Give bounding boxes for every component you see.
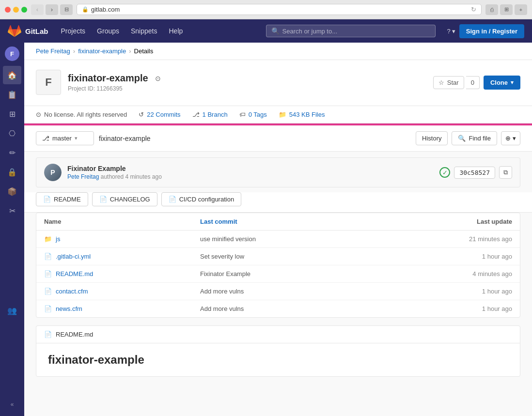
branch-chevron-icon: ▾ bbox=[75, 135, 78, 141]
file-commit-readme: Fixinator Example bbox=[200, 270, 356, 277]
file-commit-js: use minified version bbox=[200, 235, 356, 243]
commit-info: Fixinator Example Pete Freitag authored … bbox=[67, 165, 162, 180]
browser-traffic-lights bbox=[5, 7, 27, 13]
table-row: 📄 news.cfm Add more vulns 1 hour ago bbox=[36, 300, 520, 317]
col-update-header: Last update bbox=[356, 218, 512, 225]
branches-link[interactable]: 1 Branch bbox=[203, 111, 228, 118]
clone-button[interactable]: Clone ▾ bbox=[484, 76, 520, 90]
file-name-news[interactable]: 📄 news.cfm bbox=[44, 305, 200, 312]
more-chevron-icon: ▾ bbox=[513, 135, 516, 142]
tags-link[interactable]: 0 Tags bbox=[249, 111, 267, 118]
sidebar-item-packages[interactable]: 📦 bbox=[3, 182, 21, 200]
file-time-gitlabci: 1 hour ago bbox=[356, 253, 512, 260]
file-name-readme[interactable]: 📄 README.md bbox=[44, 270, 200, 277]
readme-link-button[interactable]: 📄 README bbox=[36, 192, 88, 206]
more-options-button[interactable]: ⊕ ▾ bbox=[501, 131, 520, 145]
file-link-contact[interactable]: contact.cfm bbox=[56, 288, 88, 295]
breadcrumb-user[interactable]: Pete Freitag bbox=[36, 47, 70, 55]
stat-tags: 🏷 0 Tags bbox=[239, 111, 267, 118]
project-avatar: F bbox=[36, 70, 61, 95]
commit-message: Fixinator Example bbox=[67, 165, 162, 172]
nav-projects[interactable]: Projects bbox=[56, 24, 91, 38]
file-time-js: 21 minutes ago bbox=[356, 235, 512, 243]
sidebar-item-board[interactable]: ⊞ bbox=[3, 105, 21, 123]
sidebar-item-issues[interactable]: 📋 bbox=[3, 85, 21, 104]
nav-snippets[interactable]: Snippets bbox=[126, 24, 162, 38]
nav-help[interactable]: Help bbox=[164, 24, 188, 38]
star-count: 0 bbox=[466, 76, 480, 89]
reload-icon[interactable]: ↻ bbox=[471, 6, 476, 13]
navbar-nav: Projects Groups Snippets Help bbox=[56, 24, 188, 38]
file-link-news[interactable]: news.cfm bbox=[56, 305, 82, 312]
commits-link[interactable]: 22 Commits bbox=[147, 111, 180, 118]
back-button[interactable]: ‹ bbox=[31, 4, 44, 15]
search-bar[interactable]: 🔍 bbox=[266, 25, 436, 37]
search-file-icon: 🔍 bbox=[458, 135, 466, 142]
close-dot[interactable] bbox=[5, 7, 11, 13]
sidebar-item-security[interactable]: 🔒 bbox=[3, 163, 21, 181]
files-link[interactable]: 543 KB Files bbox=[289, 111, 325, 118]
commit-hash[interactable]: 30c58527 bbox=[454, 167, 495, 179]
browser-nav: ‹ › ⊟ bbox=[31, 4, 73, 15]
search-input[interactable] bbox=[282, 28, 430, 35]
sidebar-item-merge[interactable]: ⎔ bbox=[3, 124, 21, 142]
branch-selector[interactable]: ⎇ master ▾ bbox=[36, 131, 94, 145]
files-icon: 📁 bbox=[279, 111, 286, 118]
branch-name: master bbox=[52, 135, 72, 142]
file-link-js[interactable]: js bbox=[56, 235, 60, 243]
file-commit-gitlabci: Set severity low bbox=[200, 253, 356, 260]
history-button[interactable]: History bbox=[416, 131, 448, 145]
file-time-contact: 1 hour ago bbox=[356, 288, 512, 295]
file-link-readme[interactable]: README.md bbox=[56, 270, 93, 277]
sign-in-button[interactable]: Sign in / Register bbox=[459, 24, 524, 38]
file-name-contact[interactable]: 📄 contact.cfm bbox=[44, 288, 200, 295]
navbar-brand[interactable]: GitLab bbox=[8, 24, 48, 38]
readme-title: fixinator-example bbox=[48, 353, 508, 367]
changelog-link-button[interactable]: 📄 CHANGELOG bbox=[92, 192, 157, 206]
forward-button[interactable]: › bbox=[46, 4, 58, 15]
breadcrumb-sep-2: › bbox=[129, 47, 131, 55]
stat-license: ⊙ No license. All rights reserved bbox=[36, 111, 127, 118]
star-icon: ☆ bbox=[438, 79, 444, 86]
commit-author-link[interactable]: Pete Freitag bbox=[67, 173, 99, 180]
address-bar[interactable]: 🔒 gitlab.com ↻ bbox=[77, 4, 482, 15]
breadcrumb-repo[interactable]: fixinator-example bbox=[78, 47, 126, 55]
project-info: fixinator-example ⊙ Project ID: 11266395 bbox=[68, 73, 161, 92]
nav-groups[interactable]: Groups bbox=[92, 24, 124, 38]
file-commit-news: Add more vulns bbox=[200, 305, 356, 312]
table-row: 📄 .gitlab-ci.yml Set severity low 1 hour… bbox=[36, 248, 520, 265]
cicd-file-icon: 📄 bbox=[169, 196, 176, 203]
col-name-header: Name bbox=[44, 218, 200, 225]
navbar: GitLab Projects Groups Snippets Help 🔍 ?… bbox=[0, 19, 532, 43]
file-link-gitlabci[interactable]: .gitlab-ci.yml bbox=[56, 253, 91, 260]
fullscreen-button[interactable]: ⊞ bbox=[500, 4, 513, 15]
new-tab-button[interactable]: + bbox=[515, 4, 527, 15]
file-time-news: 1 hour ago bbox=[356, 305, 512, 312]
file-commit-contact: Add more vulns bbox=[200, 288, 356, 295]
sidebar-item-members[interactable]: 👥 bbox=[3, 301, 21, 320]
file-table-header: Name Last commit Last update bbox=[36, 213, 520, 231]
url-text: gitlab.com bbox=[91, 6, 120, 13]
file-name-gitlabci[interactable]: 📄 .gitlab-ci.yml bbox=[44, 253, 200, 260]
copy-hash-button[interactable]: ⧉ bbox=[499, 166, 512, 179]
file-name-js[interactable]: 📁 js bbox=[44, 235, 200, 243]
sidebar-user-avatar[interactable]: F bbox=[5, 46, 19, 61]
cicd-link-button[interactable]: 📄 CI/CD configuration bbox=[161, 192, 241, 206]
sidebar-item-ci[interactable]: ✏ bbox=[3, 143, 21, 162]
license-icon: ⊙ bbox=[36, 111, 41, 118]
star-button[interactable]: ☆ Star bbox=[433, 76, 464, 89]
window-toggle-button[interactable]: ⊟ bbox=[60, 4, 73, 15]
share-button[interactable]: ⎙ bbox=[485, 4, 498, 15]
minimize-dot[interactable] bbox=[13, 7, 19, 13]
project-name: fixinator-example bbox=[68, 73, 148, 84]
help-button[interactable]: ? ▾ bbox=[447, 28, 455, 35]
sidebar-item-snippets[interactable]: ✂ bbox=[3, 201, 21, 220]
breadcrumb: Pete Freitag › fixinator-example › Detai… bbox=[24, 43, 532, 60]
sidebar-collapse-button[interactable]: « bbox=[11, 401, 14, 414]
sidebar-item-home[interactable]: 🏠 bbox=[3, 66, 21, 84]
content-area: Pete Freitag › fixinator-example › Detai… bbox=[24, 43, 532, 416]
maximize-dot[interactable] bbox=[21, 7, 27, 13]
repo-controls: ⎇ master ▾ fixinator-example History 🔍 F… bbox=[24, 125, 532, 152]
file-table: Name Last commit Last update 📁 js use mi… bbox=[36, 213, 520, 318]
find-file-button[interactable]: 🔍 Find file bbox=[452, 131, 497, 145]
